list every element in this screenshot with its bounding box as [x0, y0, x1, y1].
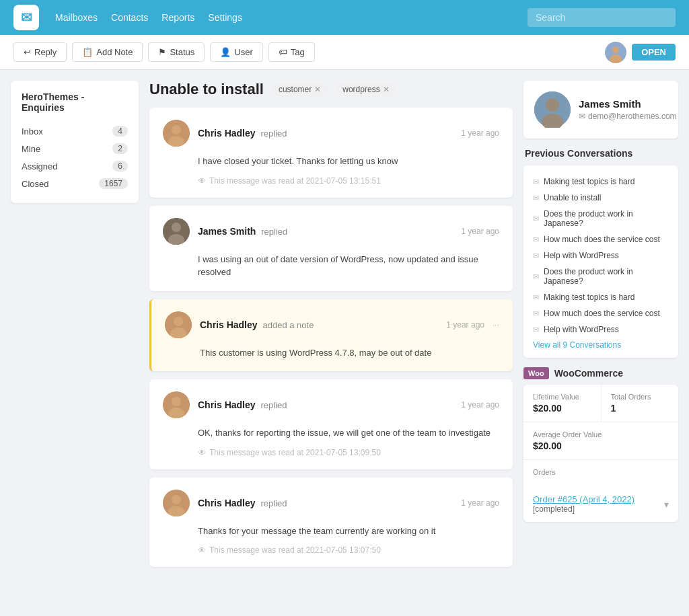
mail-icon: ✉ — [533, 309, 539, 318]
woo-title: WooCommerce — [554, 368, 623, 379]
note-actions-menu[interactable]: ··· — [493, 320, 499, 330]
sidebar-item-assigned[interactable]: Assigned 6 — [22, 157, 128, 175]
user-email: ✉ demo@herothemes.com — [579, 112, 677, 121]
message-1-time: 1 year ago — [461, 128, 499, 138]
prev-conv-item-6[interactable]: ✉Making test topics is hard — [533, 289, 669, 305]
nav-contacts[interactable]: Contacts — [111, 12, 148, 23]
user-name: James Smith — [579, 98, 677, 110]
order-link[interactable]: Order #625 (April 4, 2022) — [533, 494, 634, 504]
prev-conv-item-1[interactable]: ✉Unable to install — [533, 190, 669, 206]
status-button[interactable]: ⚑ Status — [148, 42, 205, 62]
main-layout: HeroThemes - Enquiries Inbox 4 Mine 2 As… — [0, 70, 689, 616]
message-4-avatar — [163, 391, 190, 418]
user-card: James Smith ✉ demo@herothemes.com — [523, 81, 678, 139]
message-4-read: 👁 This message was read at 2021-07-05 13… — [198, 448, 499, 457]
search-input[interactable] — [528, 8, 676, 27]
chevron-down-icon: ▾ — [664, 499, 669, 510]
eye-icon: 👁 — [198, 176, 206, 186]
message-2-author: James Smith — [198, 226, 256, 237]
message-5-avatar — [163, 490, 190, 516]
message-1-read: 👁 This message was read at 2021-07-05 13… — [198, 176, 499, 186]
message-2-body: I was using an out of date version of Wo… — [198, 253, 499, 279]
sidebar-item-closed[interactable]: Closed 1657 — [22, 175, 128, 192]
sidebar: HeroThemes - Enquiries Inbox 4 Mine 2 As… — [11, 81, 139, 605]
message-1: Chris Hadley replied 1 year ago I have c… — [149, 108, 513, 198]
inbox-badge: 4 — [112, 126, 128, 137]
lifetime-value-label: Lifetime Value — [533, 393, 591, 401]
nav-mailboxes[interactable]: Mailboxes — [55, 12, 98, 23]
tag-button[interactable]: 🏷 Tag — [268, 42, 315, 62]
message-1-header: Chris Hadley replied 1 year ago — [163, 120, 499, 147]
mail-icon: ✉ — [533, 194, 539, 202]
svg-point-19 — [546, 98, 559, 112]
sidebar-item-inbox[interactable]: Inbox 4 — [22, 122, 128, 140]
message-1-action: replied — [260, 128, 287, 139]
tag-wordpress: wordpress ✕ — [336, 83, 396, 96]
status-badge: OPEN — [632, 44, 676, 61]
remove-tag-wordpress[interactable]: ✕ — [383, 85, 390, 94]
view-all-convs[interactable]: View all 9 Conversations — [533, 340, 669, 350]
remove-tag-customer[interactable]: ✕ — [314, 85, 321, 94]
mail-icon: ✉ — [533, 235, 539, 244]
svg-point-13 — [172, 397, 181, 406]
nav-reports[interactable]: Reports — [161, 12, 194, 23]
orders-label: Orders — [533, 468, 669, 476]
mail-icon: ✉ — [533, 293, 539, 302]
prev-conv-item-8[interactable]: ✉Help with WordPress — [533, 321, 669, 338]
mine-badge: 2 — [112, 143, 128, 154]
user-icon: 👤 — [220, 47, 231, 57]
tag-customer: customer ✕ — [272, 83, 328, 96]
closed-badge: 1657 — [99, 178, 128, 189]
toolbar: ↩ Reply 📋 Add Note ⚑ Status 👤 User 🏷 Tag… — [0, 35, 689, 70]
prev-conv-item-3[interactable]: ✉How much does the service cost — [533, 231, 669, 247]
message-1-author: Chris Hadley — [198, 128, 256, 139]
svg-point-7 — [172, 223, 181, 232]
woo-box: Lifetime Value $20.00 Total Orders 1 Ave… — [523, 385, 678, 522]
mail-icon: ✉ — [533, 178, 539, 186]
mail-icon: ✉ — [533, 325, 539, 334]
prev-conv-list: ✉Making test topics is hard✉Unable to in… — [533, 174, 669, 338]
reply-icon: ↩ — [24, 47, 31, 57]
prev-conv-item-4[interactable]: ✉Help with WordPress — [533, 247, 669, 264]
mail-icon: ✉ — [533, 272, 539, 281]
reply-button[interactable]: ↩ Reply — [13, 42, 67, 62]
prev-conv-item-2[interactable]: ✉Does the product work in Japanese? — [533, 206, 669, 231]
nav-links: Mailboxes Contacts Reports Settings — [55, 12, 511, 23]
total-orders: 1 — [611, 403, 669, 414]
woocommerce-section: Woo WooCommerce Lifetime Value $20.00 To… — [523, 367, 678, 522]
message-4-body: OK, thanks for reporting the issue, we w… — [198, 426, 499, 440]
prev-conv-item-7[interactable]: ✉How much does the service cost — [533, 305, 669, 321]
svg-point-10 — [174, 317, 183, 326]
lifetime-value: $20.00 — [533, 403, 591, 414]
eye-icon-4: 👁 — [198, 448, 206, 457]
nav-settings[interactable]: Settings — [208, 12, 242, 23]
eye-icon-5: 👁 — [198, 545, 206, 555]
user-button[interactable]: 👤 User — [210, 42, 262, 62]
app-logo: ✉ — [13, 5, 39, 30]
current-user-avatar — [605, 42, 626, 63]
total-orders-label: Total Orders — [611, 393, 669, 401]
user-avatar — [534, 91, 571, 128]
prev-conv-item-0[interactable]: ✉Making test topics is hard — [533, 174, 669, 190]
message-5-author: Chris Hadley — [198, 498, 256, 508]
message-5-body: Thanks for your message the team current… — [198, 525, 499, 538]
mail-icon: ✉ — [533, 252, 539, 260]
right-panel: James Smith ✉ demo@herothemes.com Previo… — [523, 81, 678, 605]
add-note-button[interactable]: 📋 Add Note — [72, 42, 143, 62]
avg-order-value: $20.00 — [533, 440, 669, 451]
prev-conv-item-5[interactable]: ✉Does the product work in Japanese? — [533, 264, 669, 289]
svg-point-1 — [612, 46, 619, 53]
message-3-avatar — [165, 311, 192, 338]
note-icon: 📋 — [82, 47, 93, 57]
sidebar-item-mine[interactable]: Mine 2 — [22, 140, 128, 157]
top-nav: ✉ Mailboxes Contacts Reports Settings — [0, 0, 689, 35]
message-4: Chris Hadley replied 1 year ago OK, than… — [149, 379, 513, 469]
mail-icon: ✉ — [533, 215, 539, 223]
message-1-avatar — [163, 120, 190, 147]
message-4-author: Chris Hadley — [198, 399, 256, 410]
message-3-note: Chris Hadley added a note 1 year ago ···… — [149, 299, 513, 372]
content-area: Unable to install customer ✕ wordpress ✕ — [149, 81, 513, 605]
avg-order-label: Average Order Value — [533, 430, 669, 438]
prev-convs-section: Previous Conversations ✉Making test topi… — [523, 148, 678, 358]
email-icon: ✉ — [579, 112, 585, 121]
